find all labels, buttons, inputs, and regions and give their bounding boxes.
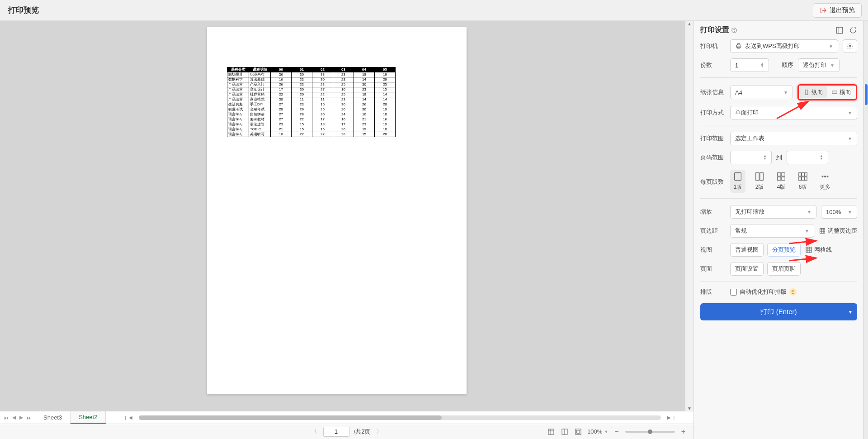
page-number-input[interactable] (323, 427, 349, 437)
svg-point-8 (734, 31, 735, 32)
table-row: 产品运营交互设计173027102315 (227, 87, 396, 92)
page-range-label: 页码范围 (700, 153, 726, 162)
pages-per-sheet-option[interactable]: 1版 (730, 170, 745, 193)
svg-rect-29 (805, 177, 807, 180)
print-range-select[interactable]: 选定工作表▼ (730, 132, 857, 145)
scroll-right-edge[interactable]: | (673, 415, 675, 420)
side-panel-grip[interactable] (863, 21, 868, 439)
preview-page: 课程分类课程明细000102030405 职场提升职业画布36303823181… (207, 27, 467, 394)
pages-per-sheet-option[interactable]: 4版 (774, 170, 789, 193)
margin-label: 页边距 (700, 227, 726, 235)
zoom-slider[interactable] (625, 431, 675, 433)
svg-rect-21 (782, 173, 785, 176)
table-row: 语言学习趣味教材272217162116 (227, 117, 396, 122)
page-title: 打印预览 (8, 5, 39, 15)
vertical-scrollbar[interactable]: ▲ ▼ (685, 21, 693, 411)
orientation-group: 纵向 横向 (797, 84, 857, 100)
table-header: 课程分类 (227, 67, 249, 72)
sheet-tab[interactable]: Sheet3 (35, 411, 71, 424)
premium-badge-icon: S (789, 288, 797, 296)
scale-select[interactable]: 无打印缩放▼ (730, 205, 816, 219)
page-to-input[interactable]: ▲▼ (787, 151, 828, 164)
last-tab-icon[interactable]: ⏭ (27, 415, 32, 420)
first-tab-icon[interactable]: ⏮ (4, 415, 9, 420)
pages-per-sheet-option[interactable]: 更多 (817, 170, 833, 193)
pages-per-sheet-option[interactable]: 2版 (752, 170, 767, 193)
table-row: 产品运营社群营销222022251814 (227, 92, 396, 97)
svg-rect-17 (735, 173, 741, 181)
zoom-out-button[interactable]: − (613, 428, 620, 436)
page-total-label: /共2页 (354, 428, 371, 436)
paper-size-select[interactable]: A4▼ (730, 86, 793, 99)
page-setup-button[interactable]: 页面设置 (730, 262, 764, 276)
next-tab-icon[interactable]: ▶ (19, 415, 23, 420)
scroll-up-icon[interactable]: ▲ (687, 21, 692, 26)
pages-per-sheet-option[interactable]: 6版 (795, 170, 811, 193)
landscape-button[interactable]: 横向 (828, 86, 855, 98)
method-label: 打印方式 (700, 109, 726, 117)
svg-rect-9 (836, 27, 843, 33)
sheet-tab[interactable]: Sheet2 (71, 411, 106, 424)
layout-label: 排版 (700, 288, 726, 296)
table-row: 数据科学算法基础162330231429 (227, 77, 396, 82)
svg-rect-26 (805, 173, 807, 176)
table-row: 产品运营商业模式301111231414 (227, 97, 396, 102)
gridlines-toggle[interactable]: 网格线 (805, 246, 832, 254)
svg-rect-12 (737, 44, 740, 45)
panel-title: 打印设置 (700, 25, 737, 35)
header-footer-button[interactable]: 页眉页脚 (767, 262, 801, 276)
adjust-margin-button[interactable]: 调整页边距 (819, 227, 857, 235)
table-row: 职业考试金融考试202925203019 (227, 107, 396, 112)
view-normal-icon[interactable] (547, 427, 556, 436)
scale-label: 缩放 (700, 208, 726, 216)
horizontal-scrollbar[interactable] (139, 415, 661, 420)
scroll-right-icon[interactable]: ▶ (665, 415, 673, 420)
scroll-left-icon[interactable]: ◀ (127, 415, 134, 420)
spreadsheet-table: 课程分类课程明细000102030405 职场提升职业画布36303823181… (227, 67, 396, 137)
zoom-in-button[interactable]: + (679, 428, 687, 436)
range-label: 打印范围 (700, 134, 726, 143)
table-header: 03 (333, 67, 354, 72)
print-button[interactable]: 打印 (Enter) ▼ (700, 303, 857, 320)
page-nav-bar: 〈 /共2页 〉 100% ▼ − + (0, 424, 693, 439)
page-from-input[interactable]: ▲▼ (730, 151, 772, 164)
exit-preview-button[interactable]: 退出预览 (813, 3, 862, 18)
copies-label: 份数 (700, 61, 726, 69)
printer-select[interactable]: 发送到WPS高级打印 ▼ (730, 39, 838, 53)
prev-tab-icon[interactable]: ◀ (12, 415, 16, 420)
view-layout-icon[interactable] (560, 427, 569, 436)
scroll-down-icon[interactable]: ▼ (687, 406, 692, 411)
view-break-icon[interactable] (574, 427, 583, 436)
panel-layout-icon[interactable] (835, 26, 844, 34)
zoom-select[interactable]: 100% ▼ (587, 428, 608, 435)
svg-rect-0 (548, 429, 554, 434)
print-method-select[interactable]: 单面打印▼ (730, 106, 857, 119)
table-row: 生活兴趣手工DIY272315302628 (227, 102, 396, 107)
per-page-label: 每页版数 (700, 170, 726, 186)
page-next-icon[interactable]: 〉 (375, 428, 384, 435)
order-label: 顺序 (782, 61, 793, 69)
margin-select[interactable]: 常规▼ (730, 224, 814, 238)
portrait-button[interactable]: 纵向 (800, 86, 827, 98)
order-select[interactable]: 逐份打印▼ (798, 58, 840, 72)
top-bar: 打印预览 退出预览 (0, 0, 868, 21)
svg-rect-6 (577, 430, 580, 433)
paper-label: 纸张信息 (700, 88, 726, 96)
view-label: 视图 (700, 246, 726, 254)
table-row: 职场提升职业画布363038231819 (227, 72, 396, 77)
settings-panel: 打印设置 打印机 发送到WPS高级打印 ▼ (693, 21, 868, 439)
svg-rect-11 (736, 45, 741, 47)
normal-view-button[interactable]: 普通视图 (730, 243, 764, 257)
page-prev-icon[interactable]: 〈 (310, 428, 319, 435)
table-header: 04 (354, 67, 375, 72)
svg-rect-27 (799, 177, 802, 180)
copies-input[interactable]: ▲▼ (730, 58, 769, 72)
table-header: 02 (312, 67, 333, 72)
printer-settings-button[interactable] (843, 39, 857, 53)
table-row: 语言学习英语听写102227281528 (227, 132, 396, 137)
paged-preview-button[interactable]: 分页预览 (767, 243, 801, 257)
panel-refresh-icon[interactable] (849, 26, 857, 34)
auto-layout-checkbox[interactable]: 自动优化打印排版 S (730, 288, 797, 296)
scale-percent-select[interactable]: 100%▼ (821, 205, 857, 219)
sheet-tab-bar: ⏮ ◀ ▶ ⏭ Sheet3Sheet2 | ◀ ▶ | (0, 411, 693, 424)
